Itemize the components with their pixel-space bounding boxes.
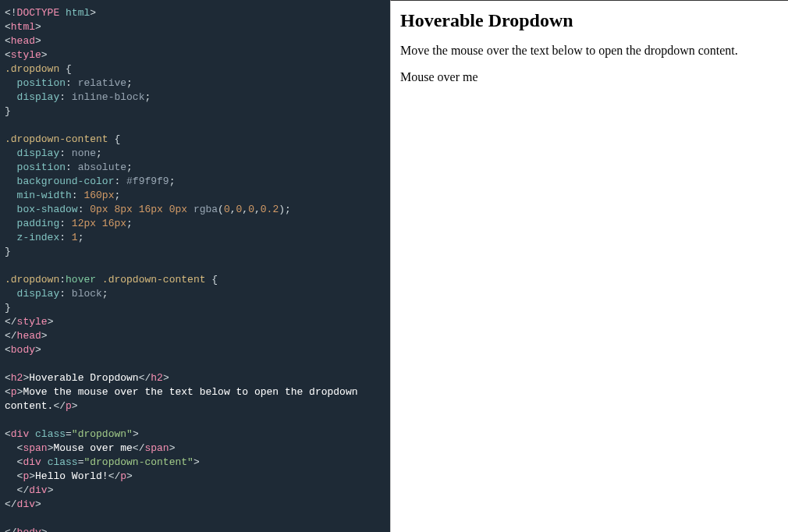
preview-panel: Hoverable Dropdown Move the mouse over t… — [390, 0, 788, 532]
preview-paragraph: Move the mouse over the text below to op… — [400, 44, 779, 58]
code-editor-panel[interactable]: <!DOCTYPE html> <html> <head> <style> .d… — [0, 0, 390, 532]
code-content[interactable]: <!DOCTYPE html> <html> <head> <style> .d… — [5, 6, 385, 532]
dropdown-hover-trigger[interactable]: Mouse over me — [400, 70, 478, 83]
preview-heading: Hoverable Dropdown — [400, 10, 779, 31]
